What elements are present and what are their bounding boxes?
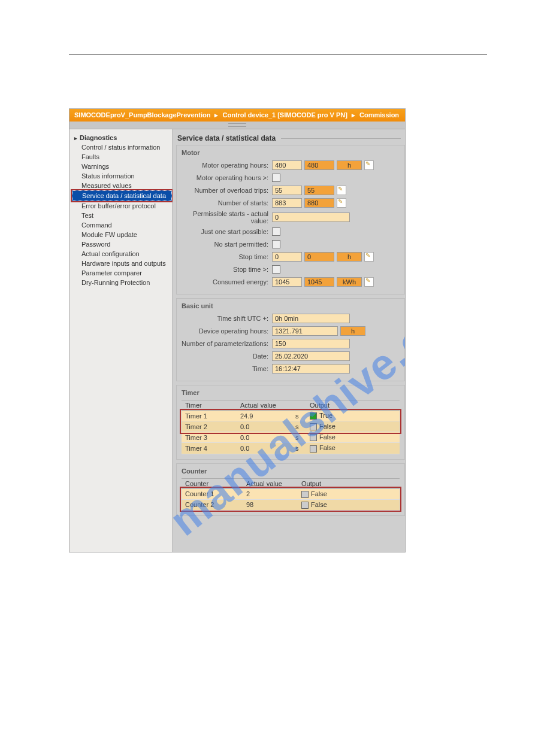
- lbl-no-start: No start permitted:: [182, 241, 272, 248]
- nav-item-service-data[interactable]: Service data / statistical data: [72, 190, 172, 201]
- lbl-time-shift: Time shift UTC +:: [182, 315, 272, 322]
- nav-item-command[interactable]: Command: [72, 220, 172, 230]
- breadcrumb-b[interactable]: Control device_1 [SIMOCODE pro V PN]: [223, 111, 347, 119]
- page-title-text: Service data / statistical data: [177, 134, 276, 142]
- led-icon: [301, 491, 309, 498]
- lbl-time: Time:: [182, 365, 272, 372]
- field-perm-starts: 0: [272, 212, 350, 222]
- unit-h: h: [337, 160, 362, 170]
- led-icon: [310, 423, 317, 430]
- breadcrumb-c[interactable]: Commission: [359, 111, 399, 119]
- th-timer-output: Output: [306, 400, 400, 411]
- lbl-op-hours: Motor operating hours:: [182, 162, 272, 169]
- content-pane: Service data / statistical data Motor Mo…: [173, 129, 405, 552]
- field-stop-time-actual: 0: [272, 252, 302, 262]
- unit-kwh: kWh: [337, 277, 362, 287]
- lbl-dev-hours: Device operating hours:: [182, 327, 272, 335]
- edit-icon[interactable]: [364, 277, 374, 287]
- edit-icon[interactable]: [337, 198, 346, 208]
- nav-item-control-status[interactable]: Control / status information: [72, 142, 172, 152]
- field-dev-hours: 1321.791: [272, 326, 338, 336]
- table-row: Counter 298False: [182, 499, 400, 510]
- th-timer-unit: [292, 400, 306, 411]
- field-ovl-trips-set[interactable]: 55: [304, 186, 334, 195]
- breadcrumb-sep-icon: ▸: [214, 111, 218, 119]
- unit-h: h: [337, 252, 362, 262]
- field-op-hours-actual: 480: [272, 160, 302, 170]
- field-param-count: 150: [272, 339, 350, 348]
- title-rule: [281, 138, 401, 139]
- lbl-stop-time: Stop time:: [182, 253, 272, 260]
- edit-icon[interactable]: [364, 252, 374, 262]
- th-counter-value: Actual value: [243, 478, 298, 488]
- field-starts-set[interactable]: 880: [304, 198, 334, 208]
- lbl-one-start: Just one start possible:: [182, 228, 272, 235]
- counter-rows-highlight: Counter 12False Counter 298False: [182, 488, 400, 510]
- nav-item-actual-config[interactable]: Actual configuration: [72, 249, 172, 259]
- nav-item-warnings[interactable]: Warnings: [72, 162, 172, 171]
- group-counter: Counter Counter Actual value Output Coun…: [176, 463, 405, 516]
- field-energy-set[interactable]: 1045: [304, 277, 334, 287]
- group-timer: Timer Timer Actual value Output Timer 12…: [176, 385, 405, 459]
- group-counter-title: Counter: [182, 467, 400, 475]
- field-ovl-trips-actual: 55: [272, 186, 302, 195]
- edit-icon[interactable]: [337, 186, 346, 195]
- lbl-date: Date:: [182, 353, 272, 360]
- field-date: 25.02.2020: [272, 351, 350, 361]
- nav-item-fw-update[interactable]: Module FW update: [72, 230, 172, 239]
- nav-item-param-comparer[interactable]: Parameter comparer: [72, 268, 172, 278]
- lbl-ovl-trips: Number of overload trips:: [182, 187, 272, 194]
- nav-item-dry-running[interactable]: Dry-Running Protection: [72, 278, 172, 287]
- nav-item-faults[interactable]: Faults: [72, 152, 172, 162]
- screenshot-window: manualshive.com SIMOCODEproV_PumpBlockag…: [69, 108, 406, 552]
- group-motor: Motor Motor operating hours: 480 480 h M…: [176, 145, 405, 294]
- group-timer-title: Timer: [182, 389, 400, 396]
- th-counter-name: Counter: [182, 478, 243, 488]
- nav-item-status-info[interactable]: Status information: [72, 171, 172, 181]
- lbl-stop-time-gt: Stop time >:: [182, 266, 272, 273]
- led-icon: [310, 445, 317, 453]
- group-motor-title: Motor: [182, 149, 400, 156]
- nav-section-diagnostics[interactable]: Diagnostics: [72, 133, 172, 142]
- field-stop-time-set[interactable]: 0: [304, 252, 334, 262]
- table-row: Timer 20.0sFalse: [182, 421, 400, 432]
- table-row: Timer 30.0sFalse: [182, 432, 400, 443]
- th-counter-output: Output: [298, 478, 400, 488]
- page-header-rule: [69, 54, 487, 54]
- toolbar-drag-handle[interactable]: [69, 122, 405, 129]
- check-one-start: [272, 227, 280, 236]
- group-basic-unit: Basic unit Time shift UTC +: 0h 0min Dev…: [176, 298, 405, 381]
- check-stop-time-gt: [272, 265, 280, 274]
- led-icon: [301, 502, 309, 509]
- field-energy-actual: 1045: [272, 277, 302, 287]
- lbl-starts: Number of starts:: [182, 199, 272, 207]
- check-op-hours-gt: [272, 174, 280, 182]
- edit-icon[interactable]: [364, 160, 374, 170]
- lbl-op-hours-gt: Motor operating hours >:: [182, 174, 272, 181]
- table-row: Timer 124.9sTrue: [182, 411, 400, 421]
- counter-table: Counter Actual value Output Counter 12Fa…: [182, 478, 400, 511]
- field-time-shift: 0h 0min: [272, 314, 350, 323]
- breadcrumb-a[interactable]: SIMOCODEproV_PumpBlockagePrevention: [74, 111, 210, 119]
- breadcrumb-sep-icon: ▸: [352, 111, 355, 119]
- lbl-perm-starts: Permissible starts - actual value:: [182, 210, 272, 224]
- nav-tree: Diagnostics Control / status information…: [69, 129, 173, 552]
- timer-rows-highlight: Timer 124.9sTrue Timer 20.0sFalse: [182, 411, 400, 432]
- lbl-param-count: Number of parameterizations:: [182, 340, 272, 347]
- th-timer-name: Timer: [182, 400, 237, 411]
- check-no-start: [272, 240, 280, 248]
- field-op-hours-set[interactable]: 480: [304, 160, 334, 170]
- lbl-energy: Consumed energy:: [182, 278, 272, 286]
- led-icon: [310, 412, 317, 420]
- nav-item-measured-values[interactable]: Measured values: [72, 181, 172, 190]
- timer-table: Timer Actual value Output Timer 124.9sTr…: [182, 400, 400, 454]
- table-row: Counter 12False: [182, 488, 400, 499]
- nav-item-error-buffer[interactable]: Error buffer/error protocol: [72, 201, 172, 211]
- breadcrumb: SIMOCODEproV_PumpBlockagePrevention ▸ Co…: [69, 109, 405, 122]
- nav-item-password[interactable]: Password: [72, 239, 172, 249]
- nav-item-test[interactable]: Test: [72, 211, 172, 220]
- th-timer-value: Actual value: [237, 400, 292, 411]
- nav-item-hw-io[interactable]: Hardware inputs and outputs: [72, 259, 172, 268]
- field-starts-actual: 883: [272, 198, 302, 208]
- page-title: Service data / statistical data: [176, 133, 405, 145]
